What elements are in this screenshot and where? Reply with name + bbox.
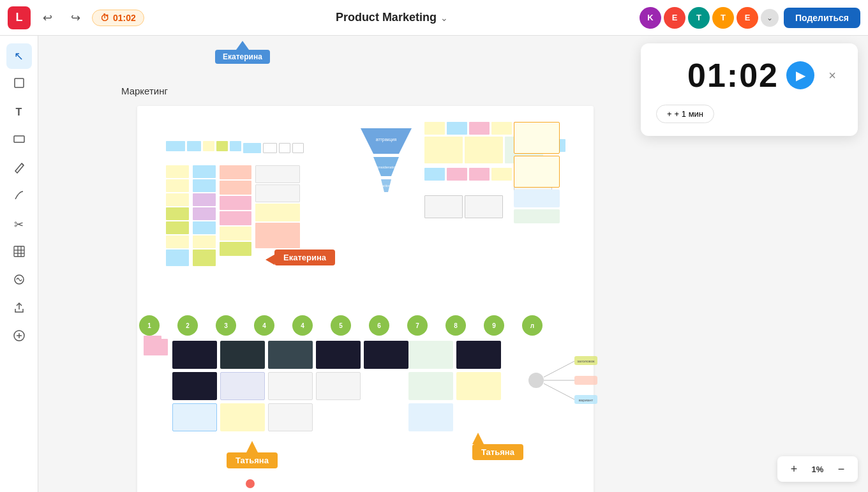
- tool-frame[interactable]: [6, 71, 32, 97]
- pen-icon: [13, 161, 26, 177]
- tool-add[interactable]: [6, 324, 32, 350]
- timer-panel-top: 01:02 ▶ ×: [656, 56, 842, 94]
- screenshot-r4: [456, 372, 501, 400]
- header: L ↩ ↪ ⏱ 01:02 Product Marketing ⌄ K E T …: [0, 0, 868, 36]
- cursor-triangle-top: [236, 41, 249, 50]
- cursor-arrow-tatyana-1: [246, 441, 258, 452]
- svg-line-18: [544, 361, 574, 377]
- tool-share[interactable]: [6, 296, 32, 322]
- screenshot-12: [268, 403, 313, 431]
- green-circles-row: 1 2 3 4 4 5 6 7 8 9 л: [139, 315, 542, 336]
- green-circle-5: 4: [292, 315, 313, 336]
- green-circle-8: 7: [407, 315, 428, 336]
- cursor-dot-red: [246, 479, 255, 488]
- add-minute-button[interactable]: + + 1 мин: [656, 105, 714, 123]
- green-circle-1: 1: [139, 315, 160, 336]
- page-title: Product Marketing: [336, 11, 437, 24]
- title-area: Product Marketing ⌄: [149, 11, 634, 24]
- funnel-diagram: аттракция consideration action: [354, 125, 418, 204]
- frame-icon: [13, 77, 26, 93]
- cursor-label-tatyana-2: Татьяна: [472, 444, 523, 460]
- share-icon: [13, 301, 26, 317]
- green-circle-2: 2: [177, 315, 198, 336]
- avatars-container: K E T T E ⌄: [640, 7, 779, 29]
- svg-point-17: [528, 373, 544, 388]
- marketing-label: Маркетинг: [121, 86, 168, 96]
- sidebar: ↖ T ✂: [0, 36, 38, 492]
- zoom-value: 1%: [808, 465, 827, 474]
- template-icon: [13, 273, 26, 289]
- tool-connector[interactable]: [6, 184, 32, 209]
- green-circle-6: 5: [331, 315, 351, 336]
- connector-icon: [13, 189, 26, 205]
- header-timer-chip[interactable]: ⏱ 01:02: [92, 10, 144, 26]
- sticky-notes-right: [424, 122, 571, 218]
- tool-rectangle[interactable]: [6, 128, 32, 153]
- play-icon: ▶: [796, 68, 805, 83]
- avatar-t1[interactable]: T: [688, 7, 710, 29]
- svg-rect-0: [15, 78, 24, 87]
- sticky-notes-group-1: [166, 165, 332, 293]
- cursor-ekaterina-top: Екатерина: [215, 41, 270, 64]
- green-circle-4: 4: [254, 315, 274, 336]
- share-button[interactable]: Поделиться: [784, 8, 860, 28]
- screenshot-r5: [408, 403, 453, 431]
- title-chevron-icon[interactable]: ⌄: [440, 13, 448, 23]
- avatars-more-button[interactable]: ⌄: [761, 9, 779, 27]
- tool-scissors[interactable]: ✂: [6, 212, 32, 237]
- text-icon: T: [16, 107, 22, 118]
- svg-text:вариант: вариант: [579, 398, 594, 402]
- svg-line-20: [544, 384, 574, 399]
- sticky-pink-bottom: [144, 339, 168, 355]
- zoom-out-button[interactable]: −: [832, 460, 850, 478]
- avatar-e1[interactable]: E: [664, 7, 685, 29]
- screenshot-8: [268, 372, 313, 400]
- screenshot-1: [172, 341, 217, 369]
- timer-play-button[interactable]: ▶: [786, 61, 814, 89]
- tool-pen[interactable]: [6, 156, 32, 181]
- scissors-icon: ✂: [14, 218, 24, 232]
- undo-button[interactable]: ↩: [36, 6, 59, 29]
- green-circle-10: 9: [484, 315, 504, 336]
- header-timer-value: 01:02: [113, 13, 136, 23]
- tool-template[interactable]: [6, 268, 32, 294]
- avatar-t2[interactable]: T: [712, 7, 734, 29]
- timer-close-button[interactable]: ×: [822, 65, 842, 86]
- avatar-k[interactable]: K: [640, 7, 661, 29]
- screenshot-r3: [408, 372, 453, 400]
- rectangle-icon: [13, 133, 26, 149]
- sticky-notes-cluster-left: [166, 141, 332, 153]
- close-icon: ×: [828, 68, 836, 83]
- add-minute-label: + 1 мин: [675, 109, 703, 119]
- svg-rect-2: [14, 246, 24, 257]
- screenshots-right: [408, 341, 501, 369]
- screenshot-r2: [456, 341, 501, 369]
- zoom-control: + 1% −: [777, 456, 858, 482]
- redo-icon: ↪: [71, 11, 80, 25]
- screenshot-7: [220, 372, 265, 400]
- svg-rect-23: [574, 376, 597, 385]
- logo-button[interactable]: L: [8, 6, 31, 29]
- avatar-e2[interactable]: E: [737, 7, 758, 29]
- cursor-icon: ↖: [14, 49, 24, 63]
- plus-icon: +: [667, 109, 672, 119]
- screenshot-9: [316, 372, 361, 400]
- svg-text:аттракция: аттракция: [376, 137, 397, 142]
- green-circle-3: 3: [216, 315, 236, 336]
- zoom-in-button[interactable]: +: [785, 460, 803, 478]
- svg-text:заголовок: заголовок: [577, 359, 595, 363]
- cursor-tatyana-2: Татьяна: [472, 444, 523, 460]
- cursor-label-tatyana-1: Татьяна: [227, 452, 278, 468]
- screenshot-3: [268, 341, 313, 369]
- cursor-arrow-tatyana-2: [472, 433, 484, 444]
- svg-rect-1: [14, 136, 24, 142]
- tool-table[interactable]: [6, 240, 32, 265]
- tool-select[interactable]: ↖: [6, 43, 32, 69]
- screenshot-5: [364, 341, 408, 369]
- redo-button[interactable]: ↪: [64, 6, 87, 29]
- timer-panel-display: 01:02: [687, 56, 779, 94]
- tool-text[interactable]: T: [6, 100, 32, 125]
- cursor-label-ekaterina-top: Екатерина: [215, 50, 270, 64]
- mindmap-area: заголовок вариант: [504, 329, 600, 459]
- undo-icon: ↩: [43, 11, 52, 25]
